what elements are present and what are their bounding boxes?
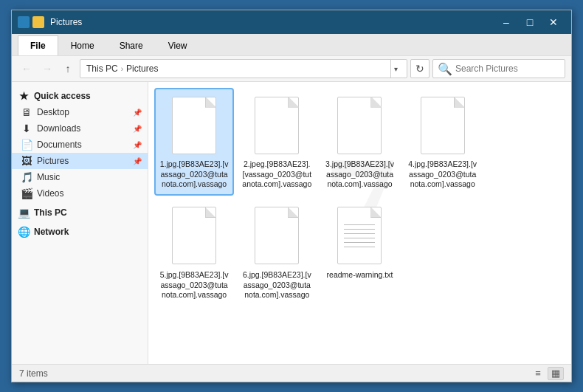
path-segment: This PC › Pictures [86, 63, 158, 74]
file-item[interactable]: 3.jpg.[9B83AE23].[vassago_0203@tutanota.… [320, 88, 399, 196]
title-bar-quick-access [32, 16, 44, 28]
minimize-button[interactable]: – [494, 10, 518, 34]
address-path[interactable]: This PC › Pictures ▾ [80, 59, 407, 78]
tab-share[interactable]: Share [107, 35, 156, 55]
file-page-5 [172, 207, 216, 264]
maximize-button[interactable]: □ [518, 10, 542, 34]
sidebar-pictures-label: Pictures [37, 156, 69, 166]
file-page-7 [337, 207, 382, 264]
sidebar-documents-label: Documents [37, 140, 82, 150]
star-icon: ★ [18, 90, 30, 102]
sidebar-quickaccess-label: Quick access [34, 91, 91, 101]
refresh-button[interactable]: ↻ [410, 59, 430, 78]
file-icon-3 [334, 94, 385, 157]
file-icon-7 [334, 204, 385, 267]
pin-icon-desktop: 📌 [133, 109, 142, 117]
file-name-3: 3.jpg.[9B83AE23].[vassago_0203@tutanota.… [324, 159, 395, 190]
sidebar-music-label: Music [37, 172, 60, 182]
search-box[interactable]: 🔍 [432, 59, 565, 78]
tab-file[interactable]: File [18, 35, 58, 55]
file-item[interactable]: 6.jpg.[9B83AE23].[vassago_0203@tutanota.… [237, 199, 317, 306]
file-page-3 [337, 97, 382, 154]
path-arrow: › [121, 65, 123, 73]
title-bar: Pictures – □ ✕ [12, 10, 571, 34]
sidebar-header-network[interactable]: 🌐 Network [12, 224, 148, 240]
file-icon-1 [168, 94, 220, 157]
sidebar-section-quickaccess: ★ Quick access 🖥 Desktop 📌 ⬇ Downloads 📌… [12, 88, 148, 202]
sidebar-item-pictures[interactable]: 🖼 Pictures 📌 [12, 153, 148, 169]
title-bar-title: Pictures [50, 17, 494, 27]
main-area: ★ Quick access 🖥 Desktop 📌 ⬇ Downloads 📌… [12, 82, 571, 364]
file-item[interactable]: 1.jpg.[9B83AE23].[vassago_0203@tutanota.… [154, 88, 234, 196]
file-icon-5 [168, 204, 220, 267]
desktop-icon: 🖥 [21, 106, 32, 118]
file-page-6 [255, 207, 299, 264]
file-item[interactable]: 4.jpg.[9B83AE23].[vassago_0203@tutanota.… [403, 88, 483, 196]
file-name-7: readme-warning.txt [327, 270, 393, 281]
close-button[interactable]: ✕ [542, 10, 565, 34]
sidebar-thispc-label: This PC [34, 207, 67, 218]
pin-icon-pictures: 📌 [133, 157, 142, 165]
file-name-6: 6.jpg.[9B83AE23].[vassago_0203@tutanota.… [241, 270, 312, 300]
sidebar-videos-label: Videos [37, 188, 63, 199]
status-bar: 7 items ≡ ▦ [12, 364, 571, 382]
ribbon: File Home Share View [12, 34, 571, 56]
ribbon-tabs: File Home Share View [12, 34, 571, 55]
forward-button[interactable]: → [38, 60, 56, 78]
videos-icon: 🎬 [21, 188, 32, 199]
up-button[interactable]: ↑ [59, 60, 77, 78]
file-item[interactable]: 2.jpeg.[9B83AE23].[vassago_0203@tutanota… [237, 88, 317, 196]
list-view-button[interactable]: ≡ [530, 367, 546, 380]
large-icon-view-button[interactable]: ▦ [548, 367, 564, 380]
sidebar-section-thispc: 💻 This PC [12, 204, 148, 221]
address-bar: ← → ↑ This PC › Pictures ▾ ↻ 🔍 [12, 56, 571, 82]
sidebar-item-documents[interactable]: 📄 Documents 📌 [12, 137, 148, 153]
path-item-pictures[interactable]: Pictures [126, 63, 158, 74]
back-button[interactable]: ← [18, 60, 35, 78]
file-item[interactable]: readme-warning.txt [320, 199, 399, 306]
item-count: 7 items [19, 368, 48, 379]
sidebar-item-downloads[interactable]: ⬇ Downloads 📌 [12, 120, 148, 137]
path-item-thispc[interactable]: This PC [86, 63, 118, 74]
sidebar-item-music[interactable]: 🎵 Music [12, 169, 148, 185]
tab-home[interactable]: Home [58, 35, 107, 55]
file-name-1: 1.jpg.[9B83AE23].[vassago_0203@tutanota.… [159, 159, 230, 190]
path-dropdown-chevron[interactable]: ▾ [390, 59, 401, 78]
file-icon-4 [417, 94, 469, 157]
file-item[interactable]: 5.jpg.[9B83AE23].[vassago_0203@tutanota.… [154, 199, 234, 306]
downloads-icon: ⬇ [21, 123, 32, 134]
network-icon: 🌐 [18, 226, 30, 238]
sidebar-header-thispc[interactable]: 💻 This PC [12, 204, 148, 221]
view-toggle: ≡ ▦ [530, 367, 564, 380]
file-page-1 [172, 97, 216, 154]
sidebar-desktop-label: Desktop [37, 107, 69, 117]
sidebar-network-label: Network [34, 227, 69, 237]
search-input[interactable] [455, 63, 560, 74]
sidebar-section-network: 🌐 Network [12, 224, 148, 240]
music-icon: 🎵 [21, 171, 32, 183]
search-icon: 🔍 [438, 62, 452, 76]
file-icon-2 [251, 94, 303, 157]
files-grid: 1.jpg.[9B83AE23].[vassago_0203@tutanota.… [154, 88, 565, 306]
pin-icon-documents: 📌 [133, 141, 142, 149]
file-page-2 [255, 97, 299, 154]
file-name-5: 5.jpg.[9B83AE23].[vassago_0203@tutanota.… [159, 270, 230, 300]
sidebar-header-quickaccess: ★ Quick access [12, 88, 148, 104]
title-bar-icons [18, 16, 44, 28]
pin-icon-downloads: 📌 [133, 125, 142, 133]
sidebar-downloads-label: Downloads [37, 123, 80, 134]
file-name-4: 4.jpg.[9B83AE23].[vassago_0203@tutanota.… [407, 159, 478, 190]
documents-icon: 📄 [21, 139, 32, 151]
title-bar-app-icon [18, 16, 30, 28]
file-name-2: 2.jpeg.[9B83AE23].[vassago_0203@tutanota… [241, 159, 312, 190]
sidebar: ★ Quick access 🖥 Desktop 📌 ⬇ Downloads 📌… [12, 82, 148, 364]
sidebar-item-desktop[interactable]: 🖥 Desktop 📌 [12, 104, 148, 120]
pictures-icon: 🖼 [21, 155, 32, 167]
file-icon-6 [251, 204, 303, 267]
thispc-icon: 💻 [18, 207, 30, 219]
file-area: 1.jpg.[9B83AE23].[vassago_0203@tutanota.… [148, 82, 571, 364]
file-explorer-window: Pictures – □ ✕ File Home Share View ← → … [11, 10, 572, 382]
tab-view[interactable]: View [156, 35, 200, 55]
file-page-4 [421, 97, 465, 154]
sidebar-item-videos[interactable]: 🎬 Videos [12, 185, 148, 202]
